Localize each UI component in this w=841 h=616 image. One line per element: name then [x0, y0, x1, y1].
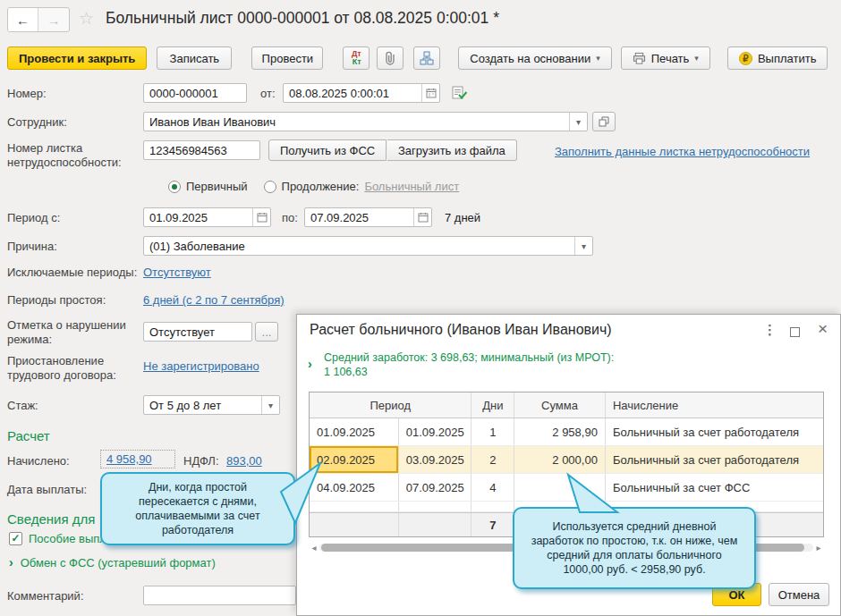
- seniority-label: Стаж:: [7, 399, 38, 413]
- table-row[interactable]: 04.09.2025 07.09.2025 4 Больничный за сч…: [310, 474, 823, 502]
- scroll-right-icon[interactable]: ▸: [813, 543, 824, 553]
- selected-cell: 02.09.2025: [310, 446, 399, 473]
- post-button[interactable]: Провести: [251, 46, 323, 70]
- structure-button[interactable]: [413, 46, 440, 70]
- chevron-down-icon[interactable]: ▾: [569, 113, 587, 131]
- document-check-icon[interactable]: [452, 85, 467, 100]
- calendar-icon[interactable]: [421, 84, 439, 102]
- downtime-days-callout: Дни, когда простой пересекается с днями,…: [100, 472, 295, 545]
- primary-radio-label: Первичный: [186, 180, 248, 193]
- fss-exchange-label: Обмен с ФСС (устаревший формат): [21, 556, 216, 570]
- number-label: Номер:: [7, 87, 47, 101]
- table-row[interactable]: 01.09.2025 01.09.2025 1 2 958,90 Больнич…: [310, 418, 823, 446]
- pay-button[interactable]: ₽ Выплатить: [727, 46, 828, 70]
- col-period[interactable]: Период: [310, 392, 471, 418]
- toolbar: Провести и закрыть Записать Провести Дт …: [7, 46, 828, 70]
- avg-daily-callout: Используется средний дневной заработок п…: [513, 507, 756, 589]
- reason-label: Причина:: [7, 240, 57, 254]
- seniority-combo[interactable]: От 5 до 8 лет ▾: [143, 395, 280, 415]
- sicklist-type-radios: Первичный Продолжение: Больничный лист: [168, 180, 459, 193]
- period-label: Период с:: [7, 211, 60, 225]
- employee-combo[interactable]: Иванов Иван Иванович ▾: [143, 112, 588, 131]
- sick-number-field[interactable]: 123456984563: [143, 140, 260, 160]
- favorite-star-icon[interactable]: ☆: [79, 8, 94, 29]
- average-earnings-link[interactable]: Средний заработок: 3 698,63; минимальный…: [324, 350, 709, 379]
- post-and-close-button[interactable]: Провести и закрыть: [7, 46, 147, 70]
- chevron-down-icon: ▾: [596, 54, 600, 63]
- scroll-left-icon[interactable]: ◂: [309, 543, 319, 553]
- chevron-down-icon[interactable]: ▾: [574, 237, 592, 255]
- benefit-checkbox[interactable]: ✓: [9, 532, 22, 545]
- forward-arrow-icon[interactable]: →: [38, 8, 69, 31]
- excluded-periods-label: Исключаемые периоды:: [7, 266, 137, 280]
- history-nav: ← →: [7, 7, 70, 32]
- contract-suspension-label: Приостановление трудового договора:: [7, 354, 150, 383]
- dialog-title: Расчет больничного (Иванов Иван Иванович…: [310, 322, 612, 338]
- get-from-fss-button[interactable]: Получить из ФСС: [268, 139, 387, 161]
- period-to-field[interactable]: 07.09.2025: [304, 207, 432, 227]
- table-row-highlighted[interactable]: 02.09.2025 03.09.2025 2 2 000,00 Больнич…: [310, 446, 823, 474]
- fss-exchange-group[interactable]: › Обмен с ФСС (устаревший формат): [9, 555, 216, 570]
- print-button[interactable]: Печать▾: [621, 46, 710, 70]
- contract-suspension-link[interactable]: Не зарегистрировано: [143, 359, 259, 373]
- comment-field[interactable]: [143, 586, 296, 605]
- chevron-down-icon: ▾: [694, 54, 699, 63]
- period-days-text: 7 дней: [445, 211, 480, 225]
- dt-kt-postings-button[interactable]: Дт Кт: [343, 46, 370, 70]
- back-arrow-icon[interactable]: ←: [8, 8, 38, 31]
- chevron-down-icon[interactable]: ▾: [261, 396, 279, 414]
- ndfl-value-link[interactable]: 893,00: [226, 454, 262, 468]
- cancel-button[interactable]: Отмена: [769, 583, 829, 606]
- calendar-icon[interactable]: [413, 208, 431, 226]
- info-section-header: Сведения для: [7, 511, 95, 527]
- sick-number-label: Номер листка нетрудоспособности:: [7, 141, 137, 170]
- maximize-icon[interactable]: [790, 325, 800, 340]
- chevron-right-icon: ›: [9, 555, 13, 570]
- continuation-radio[interactable]: [264, 181, 276, 193]
- load-from-file-button[interactable]: Загрузить из файла: [387, 139, 517, 161]
- regime-violation-field[interactable]: Отсутствует: [143, 322, 252, 342]
- excluded-periods-link[interactable]: Отсутствуют: [143, 266, 211, 279]
- regime-violation-label: Отметка о нарушении режима:: [7, 318, 141, 347]
- attachments-button[interactable]: [377, 46, 404, 70]
- date-label: от:: [260, 87, 276, 101]
- chevron-right-icon[interactable]: ›: [308, 357, 312, 371]
- open-form-icon: [598, 115, 610, 128]
- open-employee-button[interactable]: [592, 112, 616, 131]
- accrued-value-box[interactable]: 4 958,90: [100, 450, 175, 468]
- pay-date-label: Дата выплаты:: [7, 483, 87, 497]
- accrued-label: Начислено:: [7, 454, 70, 468]
- more-menu-icon[interactable]: ⋮: [763, 322, 776, 338]
- number-field[interactable]: 0000-000001: [143, 83, 247, 103]
- benefit-checkbox-label: Пособие выпл: [29, 532, 106, 545]
- ndfl-label: НДФЛ:: [183, 454, 219, 468]
- primary-radio[interactable]: [168, 181, 181, 193]
- date-field[interactable]: 08.08.2025 0:00:01: [283, 83, 440, 103]
- regime-violation-more-button[interactable]: ...: [255, 322, 278, 342]
- total-days: 7: [471, 513, 514, 536]
- create-based-on-button[interactable]: Создать на основании▾: [458, 46, 611, 70]
- period-to-label: по:: [282, 211, 298, 225]
- document-structure-icon: [420, 51, 434, 65]
- dt-kt-icon: Дт Кт: [352, 50, 361, 66]
- calendar-icon[interactable]: [252, 208, 270, 226]
- col-sum[interactable]: Сумма: [514, 392, 606, 418]
- close-icon[interactable]: ×: [818, 319, 828, 339]
- reason-combo[interactable]: (01) Заболевание ▾: [143, 236, 593, 256]
- comment-label: Комментарий:: [7, 589, 84, 603]
- continuation-radio-label: Продолжение:: [282, 180, 360, 193]
- sick-leave-document-window: ← → ☆ Больничный лист 0000-000001 от 08.…: [0, 0, 841, 616]
- downtime-periods-link[interactable]: 6 дней (с 2 по 7 сентября): [143, 293, 285, 307]
- benefit-checkbox-row: ✓ Пособие выпл: [9, 532, 106, 545]
- col-accrual[interactable]: Начисление: [606, 392, 823, 418]
- employee-label: Сотрудник:: [7, 115, 67, 130]
- period-from-field[interactable]: 01.09.2025: [143, 207, 271, 227]
- page-title: Больничный лист 0000-000001 от 08.08.202…: [106, 9, 499, 28]
- continuation-doc-link: Больничный лист: [364, 180, 459, 193]
- fill-sicklist-data-link[interactable]: Заполнить данные листка нетрудоспособнос…: [555, 145, 810, 158]
- printer-icon: [633, 52, 646, 65]
- col-days[interactable]: Дни: [471, 392, 514, 418]
- downtime-periods-label: Периоды простоя:: [7, 293, 106, 308]
- accrued-value-link[interactable]: 4 958,90: [106, 452, 152, 466]
- save-button[interactable]: Записать: [157, 46, 232, 70]
